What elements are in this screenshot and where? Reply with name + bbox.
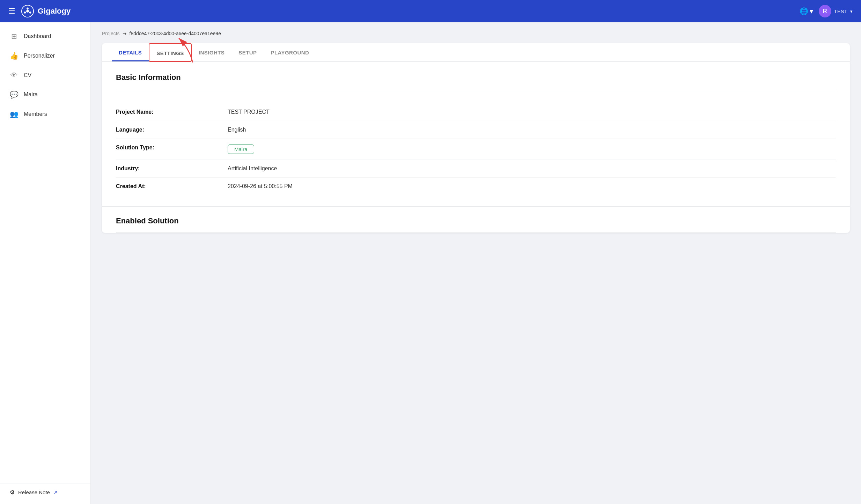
cv-icon: 👁 — [10, 71, 18, 79]
avatar: R — [819, 5, 831, 17]
tab-settings[interactable]: SETTINGS — [149, 43, 192, 62]
info-row-solution-type: Solution Type: Maira — [116, 139, 836, 160]
main-card: DETAILS SETTINGS INSIGHTS SETUP PLAYGROU… — [102, 43, 850, 233]
language-value: English — [228, 127, 836, 133]
divider — [116, 92, 836, 92]
tab-insights[interactable]: INSIGHTS — [192, 43, 231, 61]
svg-point-2 — [24, 12, 26, 14]
tab-setup[interactable]: SETUP — [231, 43, 264, 61]
globe-chevron: ▾ — [810, 7, 813, 15]
sidebar-item-label-personalizer: Personalizer — [24, 53, 55, 59]
logo-text: Gigalogy — [38, 7, 71, 16]
gigalogy-logo-icon — [21, 5, 34, 18]
svg-point-1 — [27, 8, 29, 10]
language-label: Language: — [116, 127, 228, 133]
release-note-gear-icon: ⚙ — [10, 489, 15, 496]
tabs: DETAILS SETTINGS INSIGHTS SETUP PLAYGROU… — [102, 43, 850, 62]
maira-icon: 💬 — [10, 90, 18, 99]
hamburger-icon[interactable]: ☰ — [8, 7, 15, 16]
breadcrumb-current: f8ddce47-20c3-4d00-a6ee-d4007ea1ee9e — [130, 31, 221, 36]
enabled-solution-divider — [116, 232, 836, 233]
basic-information-title: Basic Information — [116, 73, 836, 82]
breadcrumb: Projects ➜ f8ddce47-20c3-4d00-a6ee-d4007… — [102, 31, 850, 36]
solution-type-value: Maira — [228, 144, 836, 154]
sidebar-item-dashboard[interactable]: ⊞ Dashboard — [0, 27, 90, 46]
dashboard-icon: ⊞ — [10, 32, 18, 40]
card-body: Basic Information Project Name: TEST PRO… — [102, 62, 850, 206]
globe-icon: 🌐 — [800, 7, 808, 15]
tab-playground[interactable]: PLAYGROUND — [264, 43, 316, 61]
info-row-industry: Industry: Artificial Intelligence — [116, 160, 836, 178]
topnav-left: ☰ Gigalogy — [8, 5, 71, 18]
external-link-icon: ↗ — [53, 490, 58, 495]
solution-type-badge: Maira — [228, 144, 254, 154]
sidebar-item-label-members: Members — [24, 111, 47, 117]
breadcrumb-arrow-icon: ➜ — [123, 31, 127, 36]
tab-details[interactable]: DETAILS — [112, 43, 149, 61]
industry-value: Artificial Intelligence — [228, 165, 836, 172]
project-name-label: Project Name: — [116, 109, 228, 115]
release-note-label: Release Note — [18, 489, 50, 495]
breadcrumb-projects[interactable]: Projects — [102, 31, 120, 36]
sidebar-item-cv[interactable]: 👁 CV — [0, 66, 90, 85]
svg-point-4 — [26, 10, 29, 13]
sidebar-release-note[interactable]: ⚙ Release Note ↗ — [0, 483, 90, 504]
logo-area: Gigalogy — [21, 5, 71, 18]
svg-point-3 — [29, 12, 31, 14]
created-at-label: Created At: — [116, 183, 228, 190]
topnav-right: 🌐 ▾ R TEST ▾ — [800, 5, 853, 17]
user-name: TEST — [834, 8, 847, 14]
enabled-solution-title: Enabled Solution — [102, 206, 850, 232]
info-row-language: Language: English — [116, 121, 836, 139]
sidebar-item-label-cv: CV — [24, 72, 31, 79]
user-chevron-down-icon: ▾ — [850, 9, 853, 14]
info-row-created-at: Created At: 2024-09-26 at 5:00:55 PM — [116, 178, 836, 195]
globe-area[interactable]: 🌐 ▾ — [800, 7, 813, 15]
project-name-value: TEST PROJECT — [228, 109, 836, 115]
members-icon: 👥 — [10, 110, 18, 118]
industry-label: Industry: — [116, 165, 228, 172]
sidebar: ⊞ Dashboard 👍 Personalizer 👁 CV 💬 Maira … — [0, 22, 91, 504]
topnav: ☰ Gigalogy 🌐 ▾ R TEST ▾ — [0, 0, 861, 22]
created-at-value: 2024-09-26 at 5:00:55 PM — [228, 183, 836, 190]
sidebar-item-maira[interactable]: 💬 Maira — [0, 85, 90, 104]
sidebar-item-members[interactable]: 👥 Members — [0, 104, 90, 124]
info-row-project-name: Project Name: TEST PROJECT — [116, 103, 836, 121]
solution-type-label: Solution Type: — [116, 144, 228, 151]
main-layout: ⊞ Dashboard 👍 Personalizer 👁 CV 💬 Maira … — [0, 22, 861, 504]
sidebar-item-label-dashboard: Dashboard — [24, 33, 51, 39]
personalizer-icon: 👍 — [10, 52, 18, 60]
content-area: Projects ➜ f8ddce47-20c3-4d00-a6ee-d4007… — [91, 22, 861, 504]
user-area[interactable]: R TEST ▾ — [819, 5, 853, 17]
sidebar-item-label-maira: Maira — [24, 91, 38, 98]
sidebar-item-personalizer[interactable]: 👍 Personalizer — [0, 46, 90, 66]
